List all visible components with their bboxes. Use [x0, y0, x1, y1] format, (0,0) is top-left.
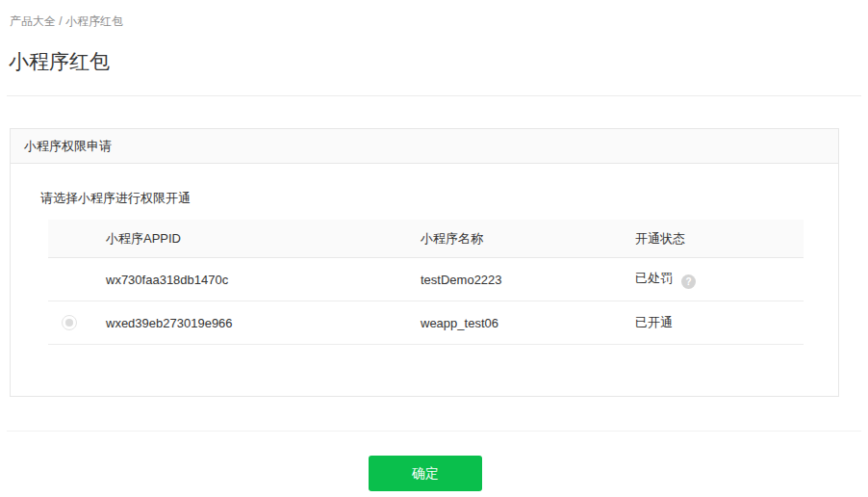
breadcrumb-separator: /: [56, 14, 65, 28]
name-cell: testDemo2223: [421, 258, 635, 301]
column-header-appid: 小程序APPID: [106, 220, 421, 258]
appid-cell: wx730faa318db1470c: [106, 258, 421, 301]
footer-divider: [7, 431, 861, 432]
miniapp-radio[interactable]: [62, 315, 77, 330]
confirm-button[interactable]: 确定: [369, 456, 482, 491]
table-row: wx730faa318db1470c testDemo2223 已处罚?: [48, 258, 804, 301]
help-icon[interactable]: ?: [681, 275, 696, 289]
panel-title: 小程序权限申请: [24, 139, 112, 153]
appid-cell: wxed39eb273019e966: [106, 301, 421, 345]
table-row: wxed39eb273019e966 weapp_test06 已开通: [48, 301, 804, 345]
panel-header: 小程序权限申请: [11, 129, 838, 164]
page: 产品大全 / 小程序红包 小程序红包 小程序权限申请 请选择小程序进行权限开通 …: [0, 0, 868, 497]
permission-panel: 小程序权限申请 请选择小程序进行权限开通 小程序APPID 小程序名称 开通状态…: [10, 128, 839, 397]
breadcrumb: 产品大全 / 小程序红包: [10, 13, 123, 30]
miniapp-table: 小程序APPID 小程序名称 开通状态 wx730faa318db1470c t…: [48, 220, 804, 345]
status-cell: 已处罚?: [635, 258, 804, 301]
breadcrumb-parent[interactable]: 产品大全: [10, 14, 56, 28]
column-header-name: 小程序名称: [421, 220, 635, 258]
title-divider: [7, 95, 861, 96]
select-miniapp-instruction: 请选择小程序进行权限开通: [40, 190, 838, 207]
table-header-row: 小程序APPID 小程序名称 开通状态: [48, 220, 804, 258]
status-text: 已开通: [635, 315, 673, 329]
radio-cell: [48, 301, 106, 345]
radio-cell-empty: [48, 258, 106, 301]
name-cell: weapp_test06: [421, 301, 635, 345]
column-header-select: [48, 220, 106, 258]
page-title: 小程序红包: [9, 48, 110, 75]
breadcrumb-current: 小程序红包: [65, 14, 123, 28]
column-header-status: 开通状态: [635, 220, 804, 258]
status-text: 已处罚: [635, 271, 673, 285]
status-cell: 已开通: [635, 301, 804, 345]
